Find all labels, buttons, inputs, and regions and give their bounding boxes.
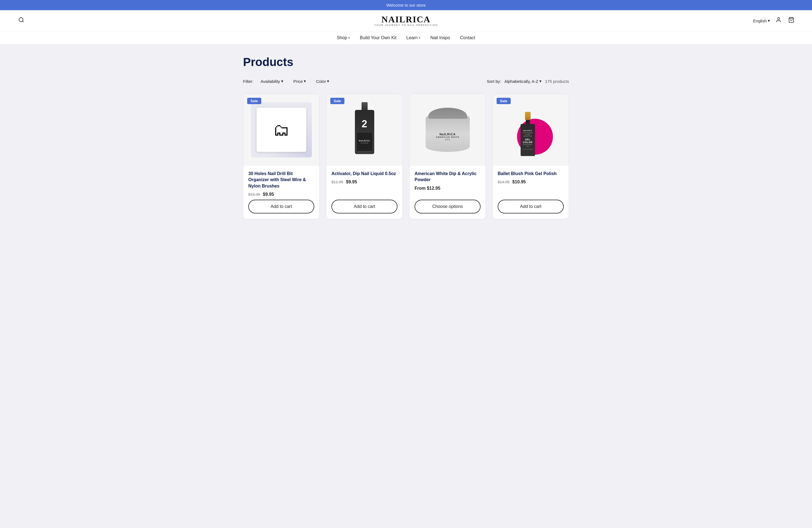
- price-from: From $12.95: [415, 186, 440, 191]
- jar-visual: NaILRiCA AMERICAN WHITE 2OZ: [425, 108, 470, 152]
- login-button[interactable]: [774, 16, 783, 26]
- price-sale: $10.95: [512, 179, 526, 185]
- language-selector[interactable]: English ▾: [753, 18, 770, 23]
- main-nav: Shop ▾ Build Your Own Kit Learn ▾ Nail I…: [0, 31, 812, 44]
- sort-select[interactable]: Alphabetically, A-Z ▾: [504, 79, 541, 84]
- sort-label: Sort by:: [487, 79, 501, 84]
- cart-button[interactable]: [787, 16, 795, 26]
- product-image-3: NaILRiCA AMERICAN WHITE 2OZ: [410, 94, 485, 166]
- nav-item-build-your-own-kit[interactable]: Build Your Own Kit: [360, 35, 396, 40]
- gel-neck: [526, 120, 530, 124]
- product-info-3: American White Dip & Acrylic Powder From…: [410, 166, 485, 219]
- product-name: Activator, Dip Nail Liquid 0.5oz: [331, 171, 397, 177]
- product-info-4: Ballet Blush Pink Gel Polish $14.95 $10.…: [493, 166, 569, 219]
- product-image-2: Sale 2 NaILRiCA ACTIVATOR: [327, 94, 402, 166]
- product-prices-1: $15.95 $9.95: [248, 192, 314, 197]
- jar-body: NaILRiCA AMERICAN WHITE 2OZ: [425, 116, 470, 152]
- product-card: Sale 2 NaILRiCA ACTIVATOR Activator, Dip…: [326, 93, 403, 219]
- price-sale: $9.95: [263, 192, 274, 197]
- filter-price-button[interactable]: Price ▾: [291, 77, 309, 85]
- choose-options-button-3[interactable]: Choose options: [415, 200, 481, 214]
- header-right: English ▾: [753, 16, 795, 26]
- logo: NaILRiCA YOUR JOURNEY TO NAIL PERFECTION: [374, 15, 438, 27]
- announcement-text: Welcome to our store: [387, 3, 425, 8]
- product-grid: Sale 30 Holes Nail Drill Bit Organizer w…: [243, 93, 569, 219]
- svg-point-0: [19, 18, 23, 22]
- nav-item-nail-inspo[interactable]: Nail Inspo: [430, 35, 450, 40]
- gel-cap: [525, 112, 531, 120]
- filter-availability-button[interactable]: Availability ▾: [258, 77, 286, 85]
- product-prices-4: $14.95 $10.95: [498, 179, 564, 185]
- gel-bottle: NaILRiCA YOUR JOURNEY TO NAIL PERFECTION…: [520, 112, 536, 156]
- sale-badge: Sale: [330, 98, 344, 104]
- nav-item-learn[interactable]: Learn ▾: [406, 35, 420, 40]
- price-original: $11.95: [331, 180, 343, 184]
- jar-lid: [429, 108, 467, 119]
- sort-chevron-icon: ▾: [539, 79, 541, 84]
- bottle-label: NaILRiCA ACTIVATOR: [356, 132, 373, 151]
- language-label: English: [753, 18, 767, 23]
- product-image-1: Sale: [243, 94, 319, 166]
- svg-line-1: [23, 21, 24, 22]
- bottle-body: 2 NaILRiCA ACTIVATOR: [355, 110, 374, 154]
- product-image-4: Sale NaILRiCA YOUR JOURNEY TO NA: [493, 94, 569, 166]
- shop-chevron-icon: ▾: [348, 36, 350, 40]
- availability-chevron-icon: ▾: [281, 79, 284, 84]
- product-prices-2: $11.95 $9.95: [331, 179, 397, 185]
- gel-body: NaILRiCA YOUR JOURNEY TO NAIL PERFECTION…: [521, 124, 535, 156]
- learn-chevron-icon: ▾: [419, 36, 420, 40]
- add-to-cart-button-4[interactable]: Add to cart: [498, 200, 564, 214]
- bottle-cap: [362, 102, 367, 110]
- color-chevron-icon: ▾: [327, 79, 329, 84]
- product-prices-3: From $12.95: [415, 186, 481, 191]
- products-count: 175 products: [545, 79, 569, 84]
- product-visual-1: [251, 102, 312, 157]
- nav-item-contact[interactable]: Contact: [460, 35, 475, 40]
- add-to-cart-button-2[interactable]: Add to cart: [331, 200, 397, 214]
- sale-badge: Sale: [497, 98, 511, 104]
- product-card: Sale 30 Holes Nail Drill Bit Organizer w…: [243, 93, 320, 219]
- svg-point-2: [778, 18, 779, 19]
- products-section: Products Filter: Availability ▾ Price ▾ …: [227, 44, 585, 230]
- price-original: $14.95: [498, 180, 510, 184]
- language-chevron-icon: ▾: [768, 18, 770, 23]
- logo-brand: NaILRiCA: [374, 15, 438, 24]
- product-card: Sale NaILRiCA YOUR JOURNEY TO NA: [492, 93, 569, 219]
- product-name: 30 Holes Nail Drill Bit Organizer with S…: [248, 171, 314, 189]
- product-info-2: Activator, Dip Nail Liquid 0.5oz $11.95 …: [327, 166, 402, 219]
- jar-label: NaILRiCA AMERICAN WHITE 2OZ: [436, 133, 459, 141]
- filter-label: Filter:: [243, 79, 253, 84]
- gel-polish-visual: NaILRiCA YOUR JOURNEY TO NAIL PERFECTION…: [506, 99, 556, 160]
- price-sale: $9.95: [346, 179, 357, 185]
- add-to-cart-button-1[interactable]: Add to cart: [248, 200, 314, 214]
- filter-bar: Filter: Availability ▾ Price ▾ Color ▾ S…: [243, 77, 569, 85]
- search-icon: [18, 17, 24, 23]
- filter-controls: Filter: Availability ▾ Price ▾ Color ▾: [243, 77, 332, 85]
- product-name: Ballet Blush Pink Gel Polish: [498, 171, 564, 177]
- user-icon: [775, 17, 782, 23]
- search-button[interactable]: [17, 15, 26, 26]
- product-name: American White Dip & Acrylic Powder: [415, 171, 481, 183]
- nav-item-shop[interactable]: Shop ▾: [337, 35, 350, 40]
- cart-icon: [788, 17, 794, 23]
- sale-badge: Sale: [247, 98, 261, 104]
- price-chevron-icon: ▾: [304, 79, 306, 84]
- header: NaILRiCA YOUR JOURNEY TO NAIL PERFECTION…: [0, 10, 812, 31]
- page-title: Products: [243, 56, 569, 69]
- filter-color-button[interactable]: Color ▾: [313, 77, 332, 85]
- sort-controls: Sort by: Alphabetically, A-Z ▾ 175 produ…: [487, 79, 569, 84]
- product-info-1: 30 Holes Nail Drill Bit Organizer with S…: [243, 166, 319, 219]
- header-left: [17, 15, 26, 26]
- announcement-bar: Welcome to our store: [0, 0, 812, 10]
- price-original: $15.95: [248, 192, 260, 196]
- logo-tagline: YOUR JOURNEY TO NAIL PERFECTION: [374, 24, 438, 27]
- product-card: NaILRiCA AMERICAN WHITE 2OZ American Whi…: [409, 93, 486, 219]
